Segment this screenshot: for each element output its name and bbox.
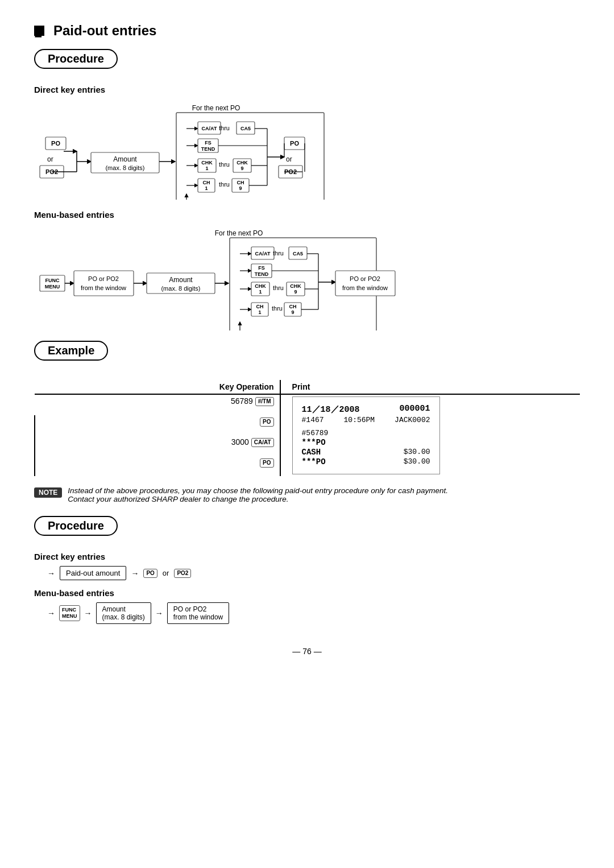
menu-based-diagram-2: → FUNCMENU → Amount (max. 8 digits) → PO… <box>45 602 580 624</box>
svg-text:thru: thru <box>219 161 230 168</box>
procedure-badge-2: Procedure <box>34 516 118 536</box>
svg-text:from the window: from the window <box>81 284 126 291</box>
receipt-number: 000001 <box>400 404 430 415</box>
receipt-po-label: ***PO <box>302 457 326 466</box>
svg-text:(max. 8 digits): (max. 8 digits) <box>161 285 200 292</box>
svg-text:Amount: Amount <box>113 155 137 163</box>
print-cell: 11／18／2008 000001 #1467 10:56PM JACK0002… <box>280 394 580 476</box>
po-key: PO <box>143 569 157 578</box>
receipt-date: 11／18／2008 <box>302 404 360 415</box>
example-section: Key Operation Print 56789 #/TM 11／18／200… <box>34 380 580 476</box>
svg-text:FS: FS <box>205 140 211 146</box>
svg-text:FUNC: FUNC <box>45 278 60 283</box>
svg-text:For the next PO: For the next PO <box>215 229 263 237</box>
menu-based-diagram-1: For the next PO FUNC MENU PO or PO2 from… <box>34 225 580 330</box>
key-operation-header: Key Operation <box>35 380 280 394</box>
svg-text:PO or PO2: PO or PO2 <box>350 275 380 282</box>
svg-text:or: or <box>286 155 292 163</box>
svg-text:1: 1 <box>205 185 208 191</box>
svg-text:thru: thru <box>273 250 284 257</box>
arrow-menu-1: → <box>84 609 92 618</box>
svg-text:9: 9 <box>294 289 297 295</box>
svg-text:(max. 8 digits): (max. 8 digits) <box>105 164 144 171</box>
svg-text:FS: FS <box>258 265 265 271</box>
svg-text:1: 1 <box>258 309 261 315</box>
svg-text:TEND: TEND <box>255 271 269 277</box>
print-receipt: 11／18／2008 000001 #1467 10:56PM JACK0002… <box>292 396 440 474</box>
svg-text:CH: CH <box>237 180 244 185</box>
direct-key-diagram-1: For the next PO PO or PO2 Amount (max. 8… <box>34 100 580 200</box>
svg-text:For the next PO: For the next PO <box>192 104 240 112</box>
amount-box-2: Amount (max. 8 digits) <box>96 602 151 624</box>
receipt-cash-value: $30.00 <box>404 448 430 457</box>
svg-text:9: 9 <box>240 166 243 171</box>
key-value-1: 56789 <box>231 396 253 406</box>
receipt-sub: #1467 10:56PM JACK0002 <box>302 416 430 424</box>
receipt-po-value: $30.00 <box>404 457 430 466</box>
procedure-badge-1: Procedure <box>34 49 118 69</box>
key-value-2: 3000 <box>231 437 249 447</box>
po-or-po2-label: PO or PO2 <box>173 605 223 613</box>
note-text-1: Instead of the above procedures, you may… <box>68 486 448 495</box>
svg-text:CH: CH <box>289 304 297 309</box>
svg-text:CHK: CHK <box>237 160 248 166</box>
func-menu-key: FUNCMENU <box>59 605 80 621</box>
svg-text:thru: thru <box>272 305 283 312</box>
example-table: Key Operation Print 56789 #/TM 11／18／200… <box>34 380 580 476</box>
svg-text:CH: CH <box>256 304 264 309</box>
svg-text:PO: PO <box>290 140 299 147</box>
receipt-line2: ***PO <box>302 438 430 447</box>
key-op-2: PO <box>35 415 280 436</box>
receipt-line3: CASH $30.00 <box>302 448 430 457</box>
or-text: or <box>163 569 169 577</box>
note-box: NOTE Instead of the above procedures, yo… <box>34 486 580 503</box>
svg-text:CHK: CHK <box>255 283 266 289</box>
page-number: — 76 — <box>34 647 580 656</box>
arrow-menu-start: → <box>47 609 55 618</box>
menu-based-flow-svg-1: For the next PO FUNC MENU PO or PO2 from… <box>34 225 478 330</box>
receipt-header: 11／18／2008 000001 <box>302 404 430 415</box>
svg-text:MENU: MENU <box>45 284 60 290</box>
svg-text:CA/AT: CA/AT <box>255 251 271 257</box>
direct-key-entries-title-1: Direct key entries <box>34 85 580 94</box>
amount-label: Amount <box>102 605 145 613</box>
svg-text:1: 1 <box>259 289 262 295</box>
example-row-1: 56789 #/TM 11／18／2008 000001 #1467 10:56… <box>35 394 580 415</box>
key-po-1: PO <box>260 418 273 427</box>
svg-text:CA5: CA5 <box>240 126 251 131</box>
svg-text:thru: thru <box>219 125 230 131</box>
receipt-cash-label: CASH <box>302 448 321 457</box>
svg-text:TEND: TEND <box>201 146 215 152</box>
note-text-2: Contact your authorized SHARP dealer to … <box>68 495 448 503</box>
max-digits-label: (max. 8 digits) <box>102 613 145 621</box>
print-header: Print <box>280 380 580 394</box>
key-caat: CA/AT <box>251 438 274 447</box>
example-badge: Example <box>34 341 108 361</box>
svg-text:CA/AT: CA/AT <box>202 126 217 131</box>
svg-text:thru: thru <box>273 284 284 291</box>
page-title: ■ Paid-out entries <box>34 23 580 39</box>
svg-text:1: 1 <box>205 166 208 171</box>
paid-out-amount-box: Paid-out amount <box>60 566 126 580</box>
receipt-line1: #56789 <box>302 429 430 437</box>
key-htm-1: #/TM <box>255 397 274 406</box>
direct-key-flow-svg: For the next PO PO or PO2 Amount (max. 8… <box>34 100 443 200</box>
key-op-4: PO <box>35 456 280 476</box>
key-op-1: 56789 #/TM <box>35 394 280 415</box>
black-square-icon: ■ <box>34 26 44 36</box>
svg-text:CHK: CHK <box>290 283 301 289</box>
svg-text:PO or PO2: PO or PO2 <box>88 275 119 282</box>
po-or-po2-box-2: PO or PO2 from the window <box>167 602 229 624</box>
title-text: Paid-out entries <box>53 23 156 39</box>
svg-text:CHK: CHK <box>201 160 213 166</box>
direct-key-entries-title-2: Direct key entries <box>34 552 580 561</box>
key-op-3: 3000 CA/AT <box>35 436 280 456</box>
receipt-name: JACK0002 <box>395 416 430 424</box>
key-po-2: PO <box>260 458 273 468</box>
svg-text:PO: PO <box>51 140 60 147</box>
svg-text:thru: thru <box>219 181 230 188</box>
arrow-start: → <box>47 569 55 578</box>
svg-text:9: 9 <box>239 185 242 191</box>
arrow-menu-2: → <box>155 609 163 618</box>
note-label: NOTE <box>34 487 62 498</box>
